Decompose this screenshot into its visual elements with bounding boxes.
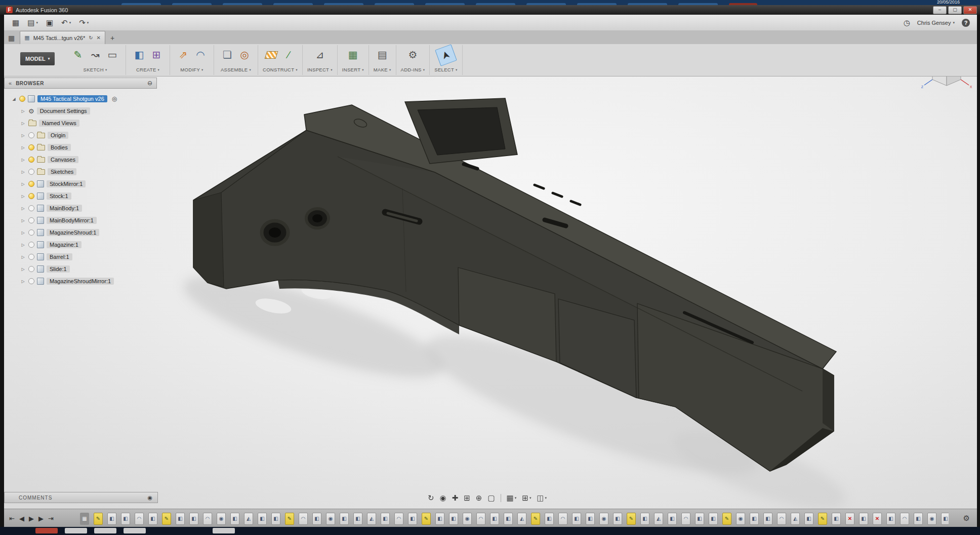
ribbon-group-label-insert[interactable]: INSERT▾ bbox=[342, 67, 364, 73]
grid-snaps-menu[interactable]: ⊞▾ bbox=[522, 493, 531, 503]
expand-arrow-icon[interactable]: ▷ bbox=[20, 182, 26, 186]
timeline-feature-extrude-icon[interactable]: ◧ bbox=[763, 513, 772, 525]
data-panel-toggle-icon[interactable]: ▦ bbox=[8, 34, 15, 42]
measure-icon[interactable]: ⊿ bbox=[312, 47, 328, 63]
visibility-bulb-icon[interactable] bbox=[28, 242, 34, 248]
job-status-clock-icon[interactable]: ◷ bbox=[904, 18, 910, 27]
timeline-feature-hole-icon[interactable]: ◉ bbox=[217, 513, 226, 525]
timeline-feature-extrude-icon[interactable]: ◧ bbox=[572, 513, 581, 525]
orbit-icon[interactable]: ↻ bbox=[428, 493, 434, 503]
browser-item-bodies[interactable]: ▷Bodies bbox=[20, 141, 157, 154]
browser-item-stockmirror-1[interactable]: ▷StockMirror:1 bbox=[20, 178, 157, 190]
ribbon-group-label-addins[interactable]: ADD-INS▾ bbox=[401, 67, 425, 73]
fit-icon[interactable]: ▢ bbox=[487, 493, 495, 503]
viewports-menu[interactable]: ◫▾ bbox=[537, 493, 547, 503]
timeline-feature-canvas-icon[interactable]: ▦ bbox=[80, 513, 89, 525]
timeline-feature-extrude-icon[interactable]: ◧ bbox=[189, 513, 198, 525]
sketch-spline-icon[interactable]: ↝ bbox=[87, 47, 103, 63]
visibility-bulb-icon[interactable] bbox=[28, 266, 34, 272]
timeline-feature-error-icon[interactable]: ✕ bbox=[845, 513, 854, 525]
insert-canvas-icon[interactable]: ▦ bbox=[345, 47, 361, 63]
visibility-bulb-icon[interactable] bbox=[28, 144, 34, 150]
timeline-feature-sketch-icon[interactable]: ✎ bbox=[422, 513, 431, 525]
sync-icon[interactable]: ↻ bbox=[89, 35, 93, 41]
taskbar-app-button[interactable] bbox=[65, 528, 87, 533]
chevron-down-icon[interactable]: ▾ bbox=[87, 21, 89, 25]
timeline-feature-hole-icon[interactable]: ◉ bbox=[463, 513, 472, 525]
timeline-step-back-button[interactable]: ◀ bbox=[19, 515, 24, 522]
timeline-feature-extrude-icon[interactable]: ◧ bbox=[435, 513, 444, 525]
timeline-feature-fillet-icon[interactable]: ◠ bbox=[476, 513, 485, 525]
visibility-bulb-icon[interactable] bbox=[28, 132, 34, 138]
visibility-bulb-icon[interactable] bbox=[19, 96, 25, 102]
ribbon-group-label-make[interactable]: MAKE▾ bbox=[374, 67, 391, 73]
ribbon-group-label-select[interactable]: SELECT▾ bbox=[434, 67, 457, 73]
redo-icon[interactable]: ↷▾ bbox=[79, 18, 89, 27]
timeline-feature-fillet-icon[interactable]: ◠ bbox=[135, 513, 144, 525]
timeline-feature-extrude-icon[interactable]: ◧ bbox=[709, 513, 718, 525]
new-component-icon[interactable]: ❏ bbox=[219, 47, 235, 63]
timeline-feature-mirror-icon[interactable]: ◭ bbox=[517, 513, 526, 525]
timeline-feature-extrude-icon[interactable]: ◧ bbox=[640, 513, 649, 525]
timeline-feature-extrude-icon[interactable]: ◧ bbox=[695, 513, 704, 525]
timeline-feature-extrude-icon[interactable]: ◧ bbox=[859, 513, 868, 525]
timeline-feature-extrude-icon[interactable]: ◧ bbox=[886, 513, 895, 525]
timeline-feature-mirror-icon[interactable]: ◭ bbox=[367, 513, 376, 525]
timeline-feature-mirror-icon[interactable]: ◭ bbox=[244, 513, 253, 525]
help-button[interactable]: ? bbox=[962, 19, 970, 27]
print-icon[interactable]: ▤ bbox=[374, 47, 390, 63]
expand-arrow-icon[interactable]: ▷ bbox=[20, 194, 26, 199]
timeline-feature-error-icon[interactable]: ✕ bbox=[873, 513, 882, 525]
chevron-down-icon[interactable]: ▾ bbox=[69, 21, 71, 25]
visibility-bulb-icon[interactable] bbox=[28, 230, 34, 236]
display-settings-menu[interactable]: ▦▾ bbox=[507, 493, 517, 503]
visibility-bulb-icon[interactable] bbox=[28, 169, 34, 175]
timeline-feature-mirror-icon[interactable]: ◭ bbox=[654, 513, 663, 525]
timeline-feature-sketch-icon[interactable]: ✎ bbox=[818, 513, 827, 525]
new-document-tab-button[interactable]: + bbox=[110, 34, 114, 42]
browser-item-mainbody-1[interactable]: ▷MainBody:1 bbox=[20, 202, 157, 214]
visibility-bulb-icon[interactable] bbox=[28, 278, 34, 284]
timeline-feature-sketch-icon[interactable]: ✎ bbox=[531, 513, 540, 525]
timeline-feature-extrude-icon[interactable]: ◧ bbox=[271, 513, 280, 525]
timeline-step-forward-button[interactable]: ▶ bbox=[38, 515, 44, 522]
apps-grid-icon[interactable]: ▦ bbox=[12, 18, 19, 27]
comments-bar[interactable]: COMMENTS ◉ bbox=[4, 492, 158, 503]
create-form-icon[interactable]: ◧ bbox=[131, 47, 147, 63]
timeline-feature-extrude-icon[interactable]: ◧ bbox=[613, 513, 622, 525]
browser-item-stock-1[interactable]: ▷Stock:1 bbox=[20, 190, 157, 202]
timeline-feature-extrude-icon[interactable]: ◧ bbox=[230, 513, 239, 525]
timeline-feature-fillet-icon[interactable]: ◠ bbox=[299, 513, 308, 525]
timeline-feature-extrude-icon[interactable]: ◧ bbox=[381, 513, 390, 525]
timeline-feature-sketch-icon[interactable]: ✎ bbox=[162, 513, 171, 525]
timeline-feature-extrude-icon[interactable]: ◧ bbox=[340, 513, 349, 525]
timeline-feature-extrude-icon[interactable]: ◧ bbox=[449, 513, 458, 525]
browser-item-origin[interactable]: ▷Origin bbox=[20, 129, 157, 141]
browser-item-slide-1[interactable]: ▷Slide:1 bbox=[20, 263, 157, 275]
timeline-feature-extrude-icon[interactable]: ◧ bbox=[148, 513, 157, 525]
expand-arrow-icon[interactable]: ▷ bbox=[20, 231, 26, 235]
visibility-bulb-icon[interactable] bbox=[28, 157, 34, 163]
browser-item-magazine-1[interactable]: ▷Magazine:1 bbox=[20, 239, 157, 251]
sketch-rect-icon[interactable]: ▭ bbox=[104, 47, 120, 63]
ribbon-group-label-construct[interactable]: CONSTRUCT▾ bbox=[263, 67, 298, 73]
timeline-feature-extrude-icon[interactable]: ◧ bbox=[490, 513, 499, 525]
taskbar-app-button[interactable] bbox=[213, 528, 235, 533]
timeline-play-button[interactable]: ▶ bbox=[29, 515, 34, 522]
timeline-feature-fillet-icon[interactable]: ◠ bbox=[203, 513, 212, 525]
close-tab-icon[interactable]: ✕ bbox=[97, 35, 101, 41]
timeline-feature-sketch-icon[interactable]: ✎ bbox=[627, 513, 636, 525]
timeline-feature-extrude-icon[interactable]: ◧ bbox=[408, 513, 417, 525]
visibility-bulb-icon[interactable] bbox=[28, 217, 34, 223]
timeline-feature-hole-icon[interactable]: ◉ bbox=[326, 513, 335, 525]
timeline-feature-extrude-icon[interactable]: ◧ bbox=[107, 513, 116, 525]
plane-icon[interactable] bbox=[263, 47, 279, 63]
timeline-feature-hole-icon[interactable]: ◉ bbox=[736, 513, 745, 525]
expand-arrow-icon[interactable]: ▷ bbox=[20, 145, 26, 150]
browser-item-barrel-1[interactable]: ▷Barrel:1 bbox=[20, 251, 157, 263]
chevron-down-icon[interactable]: ▾ bbox=[36, 21, 38, 25]
expand-arrow-icon[interactable]: ▷ bbox=[20, 255, 26, 259]
ribbon-group-label-modify[interactable]: MODIFY▾ bbox=[180, 67, 203, 73]
timeline-feature-hole-icon[interactable]: ◉ bbox=[927, 513, 936, 525]
expand-arrow-icon[interactable]: ▷ bbox=[20, 243, 26, 247]
